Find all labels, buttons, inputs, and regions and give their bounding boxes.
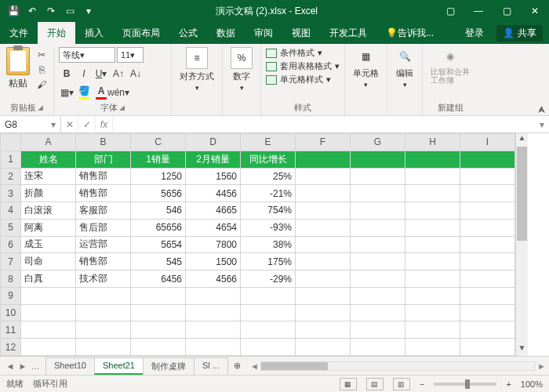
cell[interactable]: 售后部 bbox=[76, 219, 131, 236]
cell[interactable] bbox=[405, 339, 460, 356]
cell[interactable]: 7800 bbox=[186, 236, 241, 253]
cell[interactable] bbox=[186, 287, 241, 304]
zoom-level[interactable]: 100% bbox=[521, 379, 543, 389]
cell[interactable] bbox=[296, 151, 351, 168]
align-button[interactable]: ≡对齐方式▾ bbox=[176, 45, 217, 93]
cell[interactable]: 连宋 bbox=[21, 168, 76, 185]
tab-公式[interactable]: 公式 bbox=[169, 22, 207, 44]
cell[interactable] bbox=[241, 304, 296, 321]
horizontal-scrollbar[interactable] bbox=[260, 361, 536, 371]
cell[interactable]: 阿离 bbox=[21, 219, 76, 236]
cell[interactable] bbox=[405, 304, 460, 321]
row-header-7[interactable]: 7 bbox=[1, 253, 21, 270]
cell[interactable] bbox=[131, 304, 186, 321]
maximize-icon[interactable]: ▢ bbox=[493, 0, 521, 22]
share-button[interactable]: 👤 共享 bbox=[496, 25, 543, 42]
cell[interactable] bbox=[21, 339, 76, 356]
cell[interactable]: 65656 bbox=[131, 219, 186, 236]
cell[interactable] bbox=[296, 185, 351, 202]
hscroll-thumb[interactable] bbox=[261, 362, 328, 370]
cell[interactable]: 545 bbox=[131, 253, 186, 270]
cell[interactable]: 6456 bbox=[131, 270, 186, 288]
cell[interactable]: 成玉 bbox=[21, 236, 76, 253]
login-button[interactable]: 登录 bbox=[459, 27, 490, 40]
cell[interactable] bbox=[76, 321, 131, 339]
cell[interactable] bbox=[186, 304, 241, 321]
cell[interactable]: -29% bbox=[241, 270, 296, 288]
open-icon[interactable]: ▭ bbox=[61, 2, 78, 20]
row-header-2[interactable]: 2 bbox=[1, 168, 21, 185]
cell[interactable]: 司命 bbox=[21, 253, 76, 270]
scroll-thumb[interactable] bbox=[517, 147, 527, 241]
cell[interactable] bbox=[296, 253, 351, 270]
col-header-A[interactable]: A bbox=[21, 134, 76, 151]
cell[interactable]: 1560 bbox=[186, 168, 241, 185]
select-all-cell[interactable] bbox=[1, 134, 21, 151]
clipboard-launcher-icon[interactable]: ◢ bbox=[38, 103, 43, 111]
qat-dropdown-icon[interactable]: ▾ bbox=[80, 2, 97, 20]
col-header-F[interactable]: F bbox=[296, 134, 351, 151]
cell[interactable]: 白滚滚 bbox=[21, 202, 76, 220]
hscroll-left-icon[interactable]: ◄ bbox=[250, 361, 259, 371]
cell[interactable]: 38% bbox=[241, 236, 296, 253]
cell[interactable]: 客服部 bbox=[76, 202, 131, 220]
cell[interactable] bbox=[351, 219, 405, 236]
scroll-down-icon[interactable]: ▼ bbox=[516, 343, 528, 356]
cell[interactable] bbox=[21, 287, 76, 304]
tab-文件[interactable]: 文件 bbox=[0, 22, 38, 44]
font-launcher-icon[interactable]: ◢ bbox=[119, 103, 125, 111]
cell[interactable] bbox=[351, 321, 405, 339]
cell[interactable] bbox=[296, 168, 351, 185]
zoom-slider[interactable] bbox=[434, 383, 496, 386]
cell[interactable] bbox=[351, 185, 405, 202]
tab-开发工具[interactable]: 开发工具 bbox=[320, 22, 376, 44]
tell-me[interactable]: 💡 告诉我... bbox=[376, 22, 443, 44]
fill-color-button[interactable]: 🪣 bbox=[76, 85, 92, 100]
col-header-G[interactable]: G bbox=[351, 134, 405, 151]
zoom-out-icon[interactable]: − bbox=[420, 379, 424, 389]
cell[interactable]: 2月销量 bbox=[186, 151, 241, 168]
cell[interactable] bbox=[460, 321, 515, 339]
page-layout-view-icon[interactable]: ▤ bbox=[366, 378, 384, 390]
cell[interactable]: 1销量 bbox=[131, 151, 186, 168]
cell[interactable]: 折颜 bbox=[21, 185, 76, 202]
cell[interactable] bbox=[405, 219, 460, 236]
cell[interactable] bbox=[405, 270, 460, 288]
cell[interactable]: 5656 bbox=[131, 185, 186, 202]
cell[interactable] bbox=[460, 151, 515, 168]
cell[interactable]: 4566 bbox=[186, 270, 241, 288]
cell[interactable]: 546 bbox=[131, 202, 186, 220]
cell[interactable]: 销售部 bbox=[76, 185, 131, 202]
border-button[interactable]: ▦▾ bbox=[59, 85, 75, 100]
cell[interactable] bbox=[241, 339, 296, 356]
cell[interactable] bbox=[351, 236, 405, 253]
cell[interactable]: 1250 bbox=[131, 168, 186, 185]
row-header-12[interactable]: 12 bbox=[1, 339, 21, 356]
zoom-in-icon[interactable]: + bbox=[506, 379, 511, 389]
cell[interactable] bbox=[186, 339, 241, 356]
phonetic-button[interactable]: wén▾ bbox=[111, 85, 126, 100]
cell[interactable]: -21% bbox=[241, 185, 296, 202]
cell[interactable] bbox=[21, 321, 76, 339]
cell[interactable] bbox=[351, 202, 405, 220]
sheet-nav-next-icon[interactable]: ► bbox=[17, 361, 28, 371]
font-color-button[interactable]: A bbox=[93, 85, 109, 100]
ribbon-options-icon[interactable]: ▢ bbox=[436, 0, 464, 22]
cell[interactable] bbox=[76, 339, 131, 356]
collapse-ribbon-icon[interactable]: ⮝ bbox=[538, 105, 546, 114]
row-header-3[interactable]: 3 bbox=[1, 185, 21, 202]
cell[interactable] bbox=[351, 151, 405, 168]
cell[interactable] bbox=[131, 287, 186, 304]
row-header-8[interactable]: 8 bbox=[1, 270, 21, 288]
scroll-up-icon[interactable]: ▲ bbox=[516, 133, 528, 146]
worksheet-grid[interactable]: ABCDEFGHI1姓名部门1销量2月销量同比增长2连宋销售部125015602… bbox=[0, 133, 549, 356]
cell[interactable] bbox=[21, 304, 76, 321]
close-icon[interactable]: ✕ bbox=[521, 0, 549, 22]
cell[interactable] bbox=[186, 321, 241, 339]
row-header-11[interactable]: 11 bbox=[1, 321, 21, 339]
cell[interactable] bbox=[296, 270, 351, 288]
cells-button[interactable]: ▦单元格▾ bbox=[350, 45, 382, 90]
decrease-font-button[interactable]: A↓ bbox=[128, 66, 144, 82]
cell[interactable]: 销售部 bbox=[76, 253, 131, 270]
cell[interactable] bbox=[460, 253, 515, 270]
